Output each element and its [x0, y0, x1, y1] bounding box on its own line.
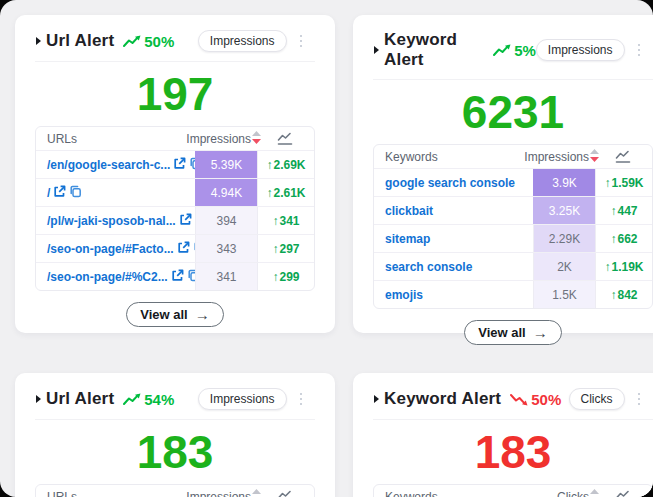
- row-link[interactable]: /en/google-search-c...: [36, 151, 195, 178]
- header-divider: [373, 79, 653, 80]
- row-link[interactable]: sitemap: [374, 225, 533, 252]
- alert-card: Url Alert 54% Impressions 183 URLs Impre…: [15, 373, 335, 497]
- change-cell: ↑447: [595, 197, 652, 224]
- kebab-menu-icon[interactable]: [635, 390, 644, 409]
- up-arrow-icon: ↑: [604, 176, 610, 190]
- collapse-arrow-icon[interactable]: [374, 46, 379, 54]
- name-column-header: Keywords: [374, 145, 533, 168]
- row-link[interactable]: /seo-on-page/#%C2...: [36, 263, 195, 290]
- header-divider: [35, 419, 315, 420]
- trend-percentage: 54%: [144, 391, 174, 408]
- change-cell: ↑842: [595, 281, 652, 308]
- table-row: /seo-on-page/#Facto...343↑297: [36, 234, 314, 262]
- up-arrow-icon: ↑: [266, 158, 272, 172]
- trend-up-icon: [493, 44, 511, 57]
- table-header-row: URLs Impressions: [36, 127, 314, 150]
- metric-pill-button[interactable]: Clicks: [569, 388, 625, 410]
- alert-card: Keyword Alert 5% Impressions 6231 Keywor…: [353, 15, 653, 333]
- row-link[interactable]: /pl/w-jaki-sposob-nal...: [36, 207, 195, 234]
- change-cell: ↑1.19K: [595, 253, 652, 280]
- row-link[interactable]: /seo-on-page/#Facto...: [36, 235, 195, 262]
- value-cell: 2K: [533, 253, 595, 280]
- alert-table: URLs Impressions /en/google-search-c...5…: [35, 126, 315, 291]
- value-cell: 3.25K: [533, 197, 595, 224]
- value-cell: 5.39K: [195, 151, 257, 178]
- change-cell: ↑1.59K: [595, 169, 652, 196]
- metric-pill-button[interactable]: Impressions: [198, 388, 287, 410]
- table-row: search console2K↑1.19K: [374, 252, 652, 280]
- up-arrow-icon: ↑: [610, 288, 616, 302]
- value-cell: 4.94K: [195, 179, 257, 206]
- up-arrow-icon: ↑: [272, 270, 278, 284]
- alert-card: Keyword Alert 50% Clicks 183 Keywords Cl…: [353, 373, 653, 497]
- value-column-header: Impressions: [186, 132, 251, 146]
- metric-pill-button[interactable]: Impressions: [198, 30, 287, 52]
- change-cell: ↑299: [257, 263, 314, 290]
- change-cell: ↑341: [257, 207, 314, 234]
- alert-table: URLs Impressions: [35, 484, 315, 497]
- external-link-icon[interactable]: [177, 241, 190, 257]
- header-divider: [373, 419, 653, 420]
- row-link[interactable]: google search console: [374, 169, 533, 196]
- chart-toggle-icon[interactable]: [257, 127, 314, 150]
- row-link[interactable]: emojis: [374, 281, 533, 308]
- card-title: Url Alert: [46, 389, 114, 409]
- value-cell: 343: [195, 235, 257, 262]
- right-arrow-icon: →: [195, 306, 210, 323]
- external-link-icon[interactable]: [171, 269, 184, 285]
- card-title: Keyword Alert: [384, 389, 501, 409]
- alert-count: 183: [353, 424, 653, 480]
- value-cell: 3.9K: [533, 169, 595, 196]
- value-cell: 341: [195, 263, 257, 290]
- kebab-menu-icon[interactable]: [635, 41, 644, 60]
- up-arrow-icon: ↑: [266, 186, 272, 200]
- table-row: /4.94K↑2.61K: [36, 178, 314, 206]
- kebab-menu-icon[interactable]: [297, 32, 306, 51]
- dashboard-page: Url Alert 50% Impressions 197 URLs Impre…: [0, 0, 653, 497]
- copy-icon[interactable]: [69, 185, 82, 201]
- alert-table: Keywords Impressions google search conso…: [373, 144, 653, 309]
- card-header: Keyword Alert 50% Clicks: [353, 373, 653, 410]
- table-header-row: Keywords Impressions: [374, 145, 652, 168]
- copy-icon[interactable]: [187, 269, 195, 285]
- trend-percentage: 50%: [144, 33, 174, 50]
- external-link-icon[interactable]: [179, 213, 192, 229]
- name-column-header: URLs: [36, 485, 195, 497]
- external-link-icon[interactable]: [53, 185, 66, 201]
- right-arrow-icon: →: [533, 324, 548, 341]
- value-column-header: Clicks: [557, 490, 589, 497]
- change-cell: ↑2.61K: [257, 179, 314, 206]
- chart-toggle-icon[interactable]: [595, 145, 652, 168]
- view-all-button[interactable]: View all→: [464, 320, 561, 345]
- chart-toggle-icon[interactable]: [595, 485, 652, 497]
- chart-toggle-icon[interactable]: [257, 485, 314, 497]
- value-cell: 1.5K: [533, 281, 595, 308]
- alert-count: 6231: [353, 84, 653, 140]
- row-link[interactable]: search console: [374, 253, 533, 280]
- metric-pill-button[interactable]: Impressions: [536, 39, 625, 61]
- external-link-icon[interactable]: [173, 157, 186, 173]
- table-row: /en/google-search-c...5.39K↑2.69K: [36, 150, 314, 178]
- card-header: Url Alert 54% Impressions: [15, 373, 335, 410]
- table-row: sitemap2.29K↑662: [374, 224, 652, 252]
- row-link[interactable]: clickbait: [374, 197, 533, 224]
- row-link[interactable]: /: [36, 179, 195, 206]
- value-cell: 394: [195, 207, 257, 234]
- alert-table: Keywords Clicks: [373, 484, 653, 497]
- card-title: Keyword Alert: [384, 30, 484, 70]
- view-all-button[interactable]: View all→: [126, 302, 223, 327]
- kebab-menu-icon[interactable]: [297, 390, 306, 409]
- collapse-arrow-icon[interactable]: [36, 37, 41, 45]
- change-cell: ↑662: [595, 225, 652, 252]
- table-row: emojis1.5K↑842: [374, 280, 652, 308]
- change-cell: ↑297: [257, 235, 314, 262]
- up-arrow-icon: ↑: [610, 204, 616, 218]
- trend-percentage: 50%: [531, 391, 561, 408]
- collapse-arrow-icon[interactable]: [374, 395, 379, 403]
- card-header: Url Alert 50% Impressions: [15, 15, 335, 52]
- value-column-header: Impressions: [524, 150, 589, 164]
- table-row: /seo-on-page/#%C2...341↑299: [36, 262, 314, 290]
- alert-card: Url Alert 50% Impressions 197 URLs Impre…: [15, 15, 335, 333]
- table-row: google search console3.9K↑1.59K: [374, 168, 652, 196]
- collapse-arrow-icon[interactable]: [36, 395, 41, 403]
